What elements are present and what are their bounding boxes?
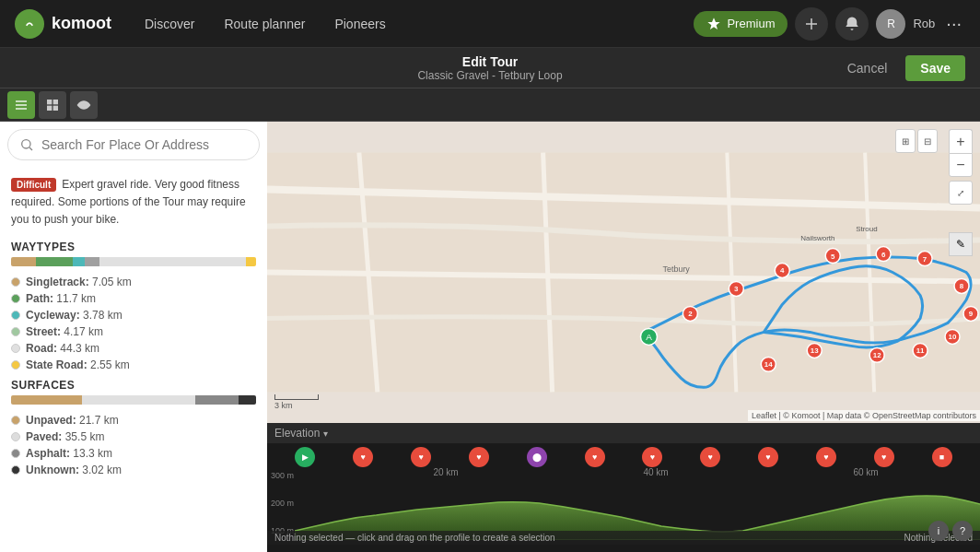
map-type-btn-2[interactable]: ⊟	[917, 129, 938, 153]
waytypes-bar	[11, 257, 256, 266]
nav-discover[interactable]: Discover	[134, 11, 205, 37]
waytype-label: Street: 4.17 km	[26, 325, 103, 338]
waypoint-end[interactable]: ■	[932, 447, 952, 467]
waypoint-10[interactable]: ♥	[874, 447, 894, 467]
svg-rect-7	[47, 100, 52, 104]
waytype-legend-item: Cycleway: 3.78 km	[0, 307, 267, 323]
waypoint-8[interactable]: ♥	[758, 447, 778, 467]
zoom-in-button[interactable]: +	[949, 129, 973, 153]
svg-text:Nailsworth: Nailsworth	[800, 234, 834, 242]
more-button[interactable]: ···	[942, 9, 965, 38]
edit-subtitle: Classic Gravel - Tetbury Loop	[417, 69, 562, 82]
surface-legend-item: Paved: 35.5 km	[0, 429, 267, 445]
waytype-legend-item: Singletrack: 7.05 km	[0, 274, 267, 290]
waypoint-6[interactable]: ♥	[642, 447, 662, 467]
nav-route-planner[interactable]: Route planner	[213, 11, 316, 37]
elevation-header: Elevation ▾	[267, 423, 980, 443]
waypoint-1[interactable]: ♥	[353, 447, 373, 467]
surfaces-bar	[11, 395, 256, 405]
waytype-legend-item: Road: 44.3 km	[0, 340, 267, 357]
difficulty-badge: Difficult	[11, 178, 56, 192]
elevation-status-left: Nothing selected — click and drag on the…	[274, 533, 555, 543]
surface-label: Unknown: 3.02 km	[26, 464, 122, 476]
map-type-btn-1[interactable]: ⊞	[895, 129, 916, 153]
svg-text:4: 4	[780, 266, 785, 275]
surface-label: Paved: 35.5 km	[26, 430, 104, 443]
surface-dot	[11, 432, 20, 441]
waypoint-7[interactable]: ♥	[700, 447, 720, 467]
logo-area: komoot	[15, 9, 111, 39]
toolbar-grid-button[interactable]	[39, 91, 66, 119]
svg-rect-9	[47, 105, 52, 110]
map-area: 1 2 3 4 5 6 7 8 9 10 11	[267, 122, 980, 552]
logo-text: komoot	[52, 14, 111, 33]
cancel-button[interactable]: Cancel	[836, 55, 899, 81]
surface-dot	[11, 449, 20, 458]
toolbar-list-button[interactable]	[7, 91, 35, 119]
svg-text:2: 2	[688, 310, 693, 318]
map-scale: 3 km	[274, 394, 319, 410]
svg-text:Stroud: Stroud	[856, 225, 877, 233]
surface-label: Unpaved: 21.7 km	[26, 414, 119, 427]
waypoint-4[interactable]: ⬤	[527, 447, 547, 467]
map-edit-button[interactable]: ✎	[949, 232, 973, 256]
elevation-chart[interactable]: ▶ ♥ ♥ ♥ ⬤ ♥ ♥ ♥ ♥ ♥ ♥ ■ 20 km 40 km	[267, 443, 980, 545]
save-button[interactable]: Save	[905, 55, 965, 81]
map-container[interactable]: 1 2 3 4 5 6 7 8 9 10 11	[267, 122, 980, 423]
map-scale-label: 3 km	[274, 401, 293, 410]
edit-header-actions: Cancel Save	[836, 55, 965, 81]
search-input[interactable]	[41, 137, 248, 152]
waytype-dot	[11, 277, 20, 287]
waytype-label: Road: 44.3 km	[26, 342, 99, 355]
waypoint-9[interactable]: ♥	[816, 447, 836, 467]
waytypes-legend: Singletrack: 7.05 kmPath: 11.7 kmCyclewa…	[0, 274, 267, 373]
surface-legend-item: Asphalt: 13.3 km	[0, 445, 267, 462]
svg-point-12	[22, 140, 30, 148]
nav-pioneers[interactable]: Pioneers	[323, 11, 396, 37]
elevation-label: Elevation	[274, 427, 320, 440]
svg-text:11: 11	[916, 346, 925, 355]
waypoint-3[interactable]: ♥	[469, 447, 489, 467]
main-layout: DifficultExpert gravel ride. Very good f…	[0, 122, 980, 552]
y-axis-labels: 300 m 200 m 100 m	[271, 471, 294, 535]
svg-text:14: 14	[764, 360, 773, 369]
edit-header: Edit Tour Classic Gravel - Tetbury Loop …	[0, 48, 980, 88]
zoom-out-button[interactable]: −	[949, 153, 973, 177]
svg-point-11	[82, 103, 86, 107]
help-buttons: i ?	[928, 521, 973, 541]
svg-rect-8	[53, 100, 58, 104]
svg-text:8: 8	[960, 282, 964, 290]
info-button[interactable]: i	[928, 521, 949, 541]
waytype-label: Singletrack: 7.05 km	[26, 276, 132, 288]
search-box[interactable]	[7, 129, 260, 160]
help-button[interactable]: ?	[952, 521, 973, 541]
surface-legend-item: Unpaved: 21.7 km	[0, 412, 267, 429]
waypoint-2[interactable]: ♥	[411, 447, 431, 467]
svg-text:5: 5	[831, 253, 835, 261]
elevation-chart-svg	[295, 471, 980, 540]
waypoint-5[interactable]: ♥	[585, 447, 605, 467]
map-fullscreen-button[interactable]: ⤢	[949, 181, 973, 205]
y-label-300: 300 m	[271, 471, 294, 480]
svg-text:13: 13	[811, 346, 819, 355]
toolbar-eye-button[interactable]	[70, 91, 98, 119]
notifications-button[interactable]	[835, 7, 869, 41]
waytype-dot	[11, 344, 20, 353]
map-svg: 1 2 3 4 5 6 7 8 9 10 11	[267, 122, 980, 423]
y-label-200: 200 m	[271, 499, 294, 508]
surfaces-title: SURFACES	[0, 373, 267, 395]
edit-title: Edit Tour	[417, 54, 562, 69]
svg-text:9: 9	[969, 310, 974, 318]
elevation-section: Elevation ▾ ▶ ♥ ♥ ♥ ⬤ ♥ ♥ ♥ ♥ ♥ ♥ ■	[267, 423, 980, 552]
add-button[interactable]	[795, 7, 828, 41]
premium-button[interactable]: Premium	[694, 11, 788, 37]
surface-legend-item: Unknown: 3.02 km	[0, 462, 267, 478]
svg-marker-1	[708, 18, 720, 29]
difficulty-section: DifficultExpert gravel ride. Very good f…	[0, 168, 267, 235]
waypoint-start[interactable]: ▶	[295, 447, 315, 467]
elevation-chevron: ▾	[323, 429, 328, 439]
waytype-label: Cycleway: 3.78 km	[26, 309, 122, 322]
waytype-dot	[11, 294, 20, 303]
map-scale-bar	[274, 394, 319, 400]
svg-line-13	[29, 147, 32, 150]
